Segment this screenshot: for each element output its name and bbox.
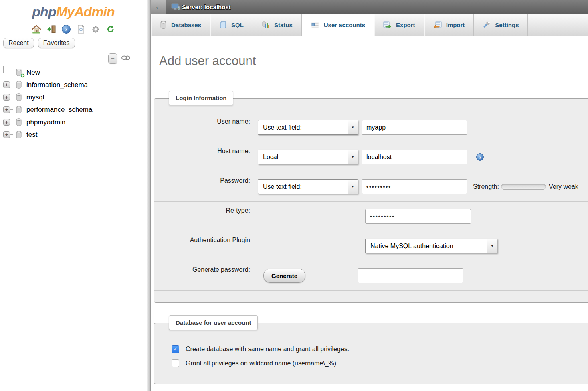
- auth-plugin-select[interactable]: Native MySQL authentication ▼: [365, 239, 497, 253]
- sidebar-nav-icons: ?: [0, 24, 147, 35]
- tree-item-label: phpmyadmin: [26, 118, 65, 126]
- select-value: Native MySQL authentication: [370, 243, 453, 250]
- documentation-icon[interactable]: [76, 24, 86, 34]
- create-database-checkbox[interactable]: ✓: [172, 345, 179, 353]
- retype-label: Re-type:: [154, 202, 258, 214]
- favorites-dropdown[interactable]: Favorites: [38, 38, 75, 48]
- tree-db-performance-schema[interactable]: + performance_schema: [3, 103, 147, 116]
- recent-dropdown[interactable]: Recent: [3, 38, 34, 48]
- phpmyadmin-app: phpMyAdmin ? Recent Favorites: [0, 0, 588, 391]
- username-type-select[interactable]: Use text field: ▼: [258, 120, 358, 135]
- checkbox-label: Create database with same name and grant…: [186, 346, 349, 353]
- main-panel: ← Server: localhost Databases SQL Status: [151, 0, 588, 391]
- expand-icon[interactable]: +: [3, 119, 10, 126]
- hostname-input[interactable]: [362, 150, 467, 164]
- password-controls: Use text field: ▼ Strength: Very weak: [258, 179, 578, 194]
- tab-export[interactable]: Export: [374, 14, 424, 36]
- help-question-glyph: ?: [62, 25, 71, 34]
- check-icon: ✓: [173, 346, 178, 352]
- create-database-checkbox-row[interactable]: ✓ Create database with same name and gra…: [172, 345, 588, 353]
- sql-scroll-icon: [219, 21, 227, 29]
- home-icon-svg: [32, 25, 41, 34]
- auth-plugin-label: Authentication Plugin: [154, 231, 258, 244]
- tree-db-phpmyadmin[interactable]: + phpmyadmin: [3, 116, 147, 128]
- database-cylinder-icon: [16, 93, 23, 101]
- tab-label: SQL: [231, 22, 244, 28]
- tree-connector: [10, 134, 13, 135]
- chevron-down-icon: ▼: [487, 239, 497, 253]
- generate-password-row: Generate password: Generate: [154, 261, 588, 291]
- expand-icon[interactable]: +: [3, 94, 10, 101]
- tab-import[interactable]: Import: [424, 14, 474, 36]
- expand-icon[interactable]: +: [3, 131, 10, 138]
- password-type-select[interactable]: Use text field: ▼: [258, 179, 358, 194]
- home-icon[interactable]: [31, 24, 42, 34]
- username-input[interactable]: [362, 120, 467, 135]
- username-label: User name:: [154, 113, 258, 125]
- database-cylinder-icon: [16, 106, 23, 113]
- chain-icon-svg: [121, 55, 131, 61]
- link-with-main-panel-icon[interactable]: [121, 55, 131, 62]
- hostname-label: Host name:: [154, 142, 258, 155]
- checkbox-label: Grant all privileges on wildcard name (u…: [186, 360, 338, 367]
- help-icon[interactable]: ?: [61, 24, 71, 34]
- tab-status[interactable]: Status: [253, 14, 302, 36]
- generate-password-controls: Generate: [258, 268, 463, 283]
- server-title-text: Server: localhost: [182, 4, 231, 10]
- generate-button[interactable]: Generate: [263, 269, 305, 283]
- password-row: Password: Use text field: ▼ Strength: Ve…: [154, 172, 588, 202]
- retype-password-input[interactable]: [365, 209, 471, 224]
- tree-db-information-schema[interactable]: + information_schema: [3, 79, 147, 91]
- settings-gear-icon[interactable]: [91, 24, 101, 34]
- tree-connector: [10, 85, 13, 85]
- strength-text: Very weak: [549, 183, 578, 190]
- export-icon: [383, 21, 392, 29]
- tree-db-mysql[interactable]: + mysql: [3, 91, 147, 103]
- hostname-help-icon[interactable]: ?: [476, 153, 484, 161]
- tab-label: Settings: [495, 22, 519, 28]
- back-arrow-button[interactable]: ←: [151, 0, 166, 14]
- select-value: Use text field:: [263, 183, 302, 190]
- tab-user-accounts[interactable]: User accounts: [302, 14, 374, 36]
- expand-icon[interactable]: +: [3, 81, 10, 88]
- expand-icon[interactable]: +: [3, 106, 10, 113]
- wrench-icon: [483, 21, 491, 29]
- database-for-user-fieldset: Database for user account ✓ Create datab…: [154, 323, 588, 384]
- tab-label: Export: [396, 22, 415, 28]
- reload-icon[interactable]: [105, 24, 116, 34]
- logout-icon[interactable]: [46, 24, 57, 34]
- tab-label: Databases: [171, 22, 201, 28]
- retype-row: Re-type:: [154, 202, 588, 231]
- breadcrumb: Server: localhost: [166, 0, 231, 14]
- collapse-all-button[interactable]: −: [108, 53, 117, 64]
- db-cylinder-svg: [16, 106, 22, 113]
- tree-item-new[interactable]: + New: [3, 66, 147, 79]
- database-for-user-legend: Database for user account: [169, 315, 258, 330]
- password-input[interactable]: [362, 179, 467, 194]
- password-label: Password:: [154, 172, 258, 184]
- gear-icon-svg: [91, 25, 100, 34]
- chevron-down-icon: ▼: [348, 120, 358, 134]
- phpmyadmin-logo[interactable]: phpMyAdmin: [0, 2, 147, 20]
- tab-databases[interactable]: Databases: [151, 14, 210, 36]
- generate-password-label: Generate password:: [154, 261, 258, 273]
- generated-password-input[interactable]: [358, 268, 463, 283]
- auth-plugin-controls: Native MySQL authentication ▼: [258, 239, 497, 253]
- sidebar-resize-divider[interactable]: [147, 0, 151, 391]
- tab-settings[interactable]: Settings: [474, 14, 528, 36]
- tree-item-label: information_schema: [26, 81, 88, 89]
- tab-sql[interactable]: SQL: [210, 14, 253, 36]
- import-icon: [433, 21, 442, 29]
- reload-icon-svg: [106, 25, 115, 34]
- grant-wildcard-checkbox[interactable]: ✓: [172, 359, 179, 367]
- select-value: Local: [263, 154, 278, 161]
- hostname-row: Host name: Local ▼ ?: [154, 142, 588, 172]
- page-title: Add user account: [159, 54, 588, 68]
- tree-db-test[interactable]: + test: [3, 128, 147, 141]
- logo-myadmin-text: MyAdmin: [56, 4, 115, 19]
- retype-controls: [258, 209, 471, 224]
- grant-wildcard-checkbox-row[interactable]: ✓ Grant all privileges on wildcard name …: [172, 359, 588, 367]
- db-cylinder-svg: [16, 81, 22, 89]
- database-tree: + New + information_schema + mysql + per…: [0, 66, 147, 141]
- hostname-type-select[interactable]: Local ▼: [258, 150, 358, 164]
